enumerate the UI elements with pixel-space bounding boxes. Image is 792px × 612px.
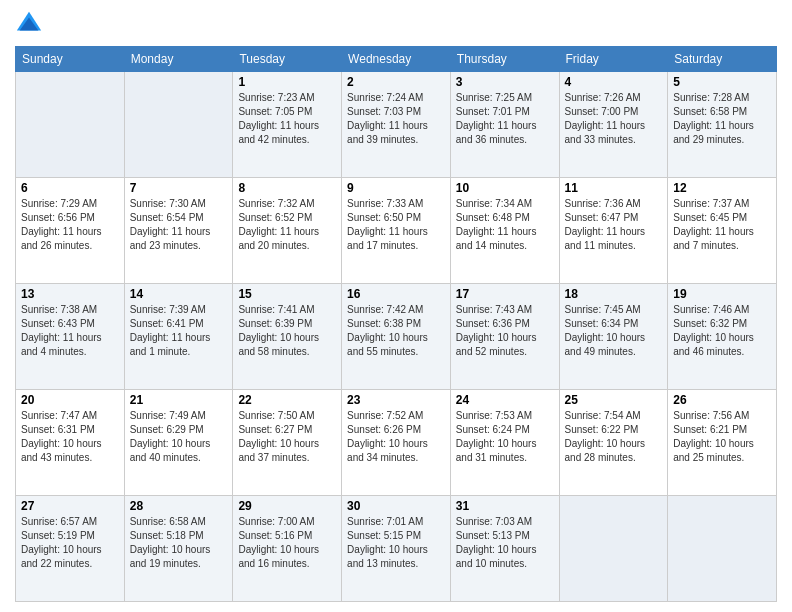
calendar-day-cell: 31Sunrise: 7:03 AMSunset: 5:13 PMDayligh… <box>450 496 559 602</box>
day-number: 1 <box>238 75 336 89</box>
calendar-day-cell: 20Sunrise: 7:47 AMSunset: 6:31 PMDayligh… <box>16 390 125 496</box>
day-of-week-header: Thursday <box>450 47 559 72</box>
day-info: Sunrise: 7:25 AMSunset: 7:01 PMDaylight:… <box>456 91 554 147</box>
day-info: Sunrise: 7:36 AMSunset: 6:47 PMDaylight:… <box>565 197 663 253</box>
day-info: Sunrise: 7:29 AMSunset: 6:56 PMDaylight:… <box>21 197 119 253</box>
day-number: 19 <box>673 287 771 301</box>
day-number: 14 <box>130 287 228 301</box>
day-number: 12 <box>673 181 771 195</box>
day-info: Sunrise: 7:50 AMSunset: 6:27 PMDaylight:… <box>238 409 336 465</box>
calendar-day-cell <box>124 72 233 178</box>
calendar-day-cell: 12Sunrise: 7:37 AMSunset: 6:45 PMDayligh… <box>668 178 777 284</box>
day-of-week-header: Tuesday <box>233 47 342 72</box>
day-info: Sunrise: 7:43 AMSunset: 6:36 PMDaylight:… <box>456 303 554 359</box>
calendar-day-cell: 15Sunrise: 7:41 AMSunset: 6:39 PMDayligh… <box>233 284 342 390</box>
day-number: 26 <box>673 393 771 407</box>
day-info: Sunrise: 7:26 AMSunset: 7:00 PMDaylight:… <box>565 91 663 147</box>
calendar-day-cell: 9Sunrise: 7:33 AMSunset: 6:50 PMDaylight… <box>342 178 451 284</box>
day-number: 20 <box>21 393 119 407</box>
calendar-day-cell: 5Sunrise: 7:28 AMSunset: 6:58 PMDaylight… <box>668 72 777 178</box>
day-number: 21 <box>130 393 228 407</box>
day-number: 7 <box>130 181 228 195</box>
calendar-day-cell: 8Sunrise: 7:32 AMSunset: 6:52 PMDaylight… <box>233 178 342 284</box>
day-info: Sunrise: 7:23 AMSunset: 7:05 PMDaylight:… <box>238 91 336 147</box>
day-info: Sunrise: 7:47 AMSunset: 6:31 PMDaylight:… <box>21 409 119 465</box>
day-number: 16 <box>347 287 445 301</box>
day-info: Sunrise: 7:54 AMSunset: 6:22 PMDaylight:… <box>565 409 663 465</box>
day-info: Sunrise: 7:33 AMSunset: 6:50 PMDaylight:… <box>347 197 445 253</box>
day-number: 9 <box>347 181 445 195</box>
day-number: 27 <box>21 499 119 513</box>
calendar-day-cell: 16Sunrise: 7:42 AMSunset: 6:38 PMDayligh… <box>342 284 451 390</box>
day-info: Sunrise: 7:49 AMSunset: 6:29 PMDaylight:… <box>130 409 228 465</box>
day-number: 29 <box>238 499 336 513</box>
day-number: 13 <box>21 287 119 301</box>
day-of-week-header: Friday <box>559 47 668 72</box>
day-info: Sunrise: 7:00 AMSunset: 5:16 PMDaylight:… <box>238 515 336 571</box>
day-number: 24 <box>456 393 554 407</box>
day-info: Sunrise: 6:58 AMSunset: 5:18 PMDaylight:… <box>130 515 228 571</box>
day-number: 5 <box>673 75 771 89</box>
calendar-day-cell: 2Sunrise: 7:24 AMSunset: 7:03 PMDaylight… <box>342 72 451 178</box>
day-info: Sunrise: 7:53 AMSunset: 6:24 PMDaylight:… <box>456 409 554 465</box>
day-number: 31 <box>456 499 554 513</box>
day-number: 25 <box>565 393 663 407</box>
day-number: 11 <box>565 181 663 195</box>
day-info: Sunrise: 7:39 AMSunset: 6:41 PMDaylight:… <box>130 303 228 359</box>
day-of-week-header: Saturday <box>668 47 777 72</box>
day-number: 18 <box>565 287 663 301</box>
calendar-day-cell: 7Sunrise: 7:30 AMSunset: 6:54 PMDaylight… <box>124 178 233 284</box>
logo <box>15 10 47 38</box>
day-info: Sunrise: 7:37 AMSunset: 6:45 PMDaylight:… <box>673 197 771 253</box>
day-info: Sunrise: 7:45 AMSunset: 6:34 PMDaylight:… <box>565 303 663 359</box>
day-number: 6 <box>21 181 119 195</box>
calendar-day-cell: 24Sunrise: 7:53 AMSunset: 6:24 PMDayligh… <box>450 390 559 496</box>
calendar-day-cell: 17Sunrise: 7:43 AMSunset: 6:36 PMDayligh… <box>450 284 559 390</box>
page: SundayMondayTuesdayWednesdayThursdayFrid… <box>0 0 792 612</box>
calendar-day-cell: 11Sunrise: 7:36 AMSunset: 6:47 PMDayligh… <box>559 178 668 284</box>
calendar-week-row: 1Sunrise: 7:23 AMSunset: 7:05 PMDaylight… <box>16 72 777 178</box>
calendar-day-cell: 21Sunrise: 7:49 AMSunset: 6:29 PMDayligh… <box>124 390 233 496</box>
day-number: 10 <box>456 181 554 195</box>
day-info: Sunrise: 7:52 AMSunset: 6:26 PMDaylight:… <box>347 409 445 465</box>
calendar-header-row: SundayMondayTuesdayWednesdayThursdayFrid… <box>16 47 777 72</box>
day-of-week-header: Wednesday <box>342 47 451 72</box>
calendar-day-cell: 23Sunrise: 7:52 AMSunset: 6:26 PMDayligh… <box>342 390 451 496</box>
day-info: Sunrise: 7:41 AMSunset: 6:39 PMDaylight:… <box>238 303 336 359</box>
day-number: 23 <box>347 393 445 407</box>
calendar-day-cell: 28Sunrise: 6:58 AMSunset: 5:18 PMDayligh… <box>124 496 233 602</box>
day-number: 4 <box>565 75 663 89</box>
day-info: Sunrise: 7:38 AMSunset: 6:43 PMDaylight:… <box>21 303 119 359</box>
calendar-day-cell: 30Sunrise: 7:01 AMSunset: 5:15 PMDayligh… <box>342 496 451 602</box>
day-of-week-header: Sunday <box>16 47 125 72</box>
day-number: 2 <box>347 75 445 89</box>
day-number: 8 <box>238 181 336 195</box>
calendar-day-cell: 10Sunrise: 7:34 AMSunset: 6:48 PMDayligh… <box>450 178 559 284</box>
calendar-day-cell: 25Sunrise: 7:54 AMSunset: 6:22 PMDayligh… <box>559 390 668 496</box>
day-info: Sunrise: 7:01 AMSunset: 5:15 PMDaylight:… <box>347 515 445 571</box>
day-number: 3 <box>456 75 554 89</box>
day-info: Sunrise: 7:24 AMSunset: 7:03 PMDaylight:… <box>347 91 445 147</box>
calendar-day-cell: 18Sunrise: 7:45 AMSunset: 6:34 PMDayligh… <box>559 284 668 390</box>
day-info: Sunrise: 7:34 AMSunset: 6:48 PMDaylight:… <box>456 197 554 253</box>
day-info: Sunrise: 7:32 AMSunset: 6:52 PMDaylight:… <box>238 197 336 253</box>
calendar-day-cell: 22Sunrise: 7:50 AMSunset: 6:27 PMDayligh… <box>233 390 342 496</box>
calendar-day-cell: 26Sunrise: 7:56 AMSunset: 6:21 PMDayligh… <box>668 390 777 496</box>
calendar-day-cell: 14Sunrise: 7:39 AMSunset: 6:41 PMDayligh… <box>124 284 233 390</box>
day-info: Sunrise: 7:30 AMSunset: 6:54 PMDaylight:… <box>130 197 228 253</box>
calendar-week-row: 27Sunrise: 6:57 AMSunset: 5:19 PMDayligh… <box>16 496 777 602</box>
calendar-week-row: 13Sunrise: 7:38 AMSunset: 6:43 PMDayligh… <box>16 284 777 390</box>
header <box>15 10 777 38</box>
calendar-day-cell: 29Sunrise: 7:00 AMSunset: 5:16 PMDayligh… <box>233 496 342 602</box>
day-info: Sunrise: 7:46 AMSunset: 6:32 PMDaylight:… <box>673 303 771 359</box>
day-info: Sunrise: 7:56 AMSunset: 6:21 PMDaylight:… <box>673 409 771 465</box>
day-info: Sunrise: 7:03 AMSunset: 5:13 PMDaylight:… <box>456 515 554 571</box>
day-of-week-header: Monday <box>124 47 233 72</box>
calendar-day-cell: 6Sunrise: 7:29 AMSunset: 6:56 PMDaylight… <box>16 178 125 284</box>
day-info: Sunrise: 7:28 AMSunset: 6:58 PMDaylight:… <box>673 91 771 147</box>
calendar-day-cell <box>16 72 125 178</box>
calendar-day-cell: 27Sunrise: 6:57 AMSunset: 5:19 PMDayligh… <box>16 496 125 602</box>
day-number: 15 <box>238 287 336 301</box>
calendar-day-cell <box>559 496 668 602</box>
logo-icon <box>15 10 43 38</box>
